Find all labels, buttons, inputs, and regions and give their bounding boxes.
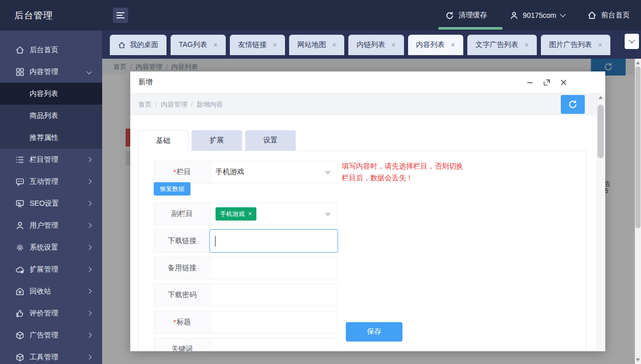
form-row-column: *栏目 手机游戏 [154,161,338,183]
field-label: 下载密码 [154,284,210,306]
sidebar-item-dashboard[interactable]: 后台首页 [0,39,102,61]
close-icon[interactable]: × [451,41,455,48]
tab-inner-links[interactable]: 内链列表× [348,35,403,55]
close-button[interactable] [559,78,567,86]
tab-friend-links[interactable]: 友情链接× [230,35,285,55]
close-icon[interactable]: × [213,41,218,48]
download-link-input[interactable] [209,229,338,253]
modal-title: 新增 [138,78,153,87]
chevron-right-icon [87,179,92,184]
sidebar-item-extension-mgmt[interactable]: 扩展管理 [0,258,102,280]
close-icon[interactable]: × [273,41,277,48]
tab-my-desktop[interactable]: 我的桌面 [110,35,167,55]
chevron-right-icon [87,333,92,338]
scrollbar-thumb[interactable] [635,66,640,228]
sidebar-item-seo-settings[interactable]: SEO设置 [0,192,102,214]
form-panel: *栏目 手机游戏 填写内容时，请先选择栏目，否则切换 栏目后，数据会丢失！ 恢复… [138,151,586,351]
tab-image-ads[interactable]: 图片广告列表× [541,35,610,55]
chevron-right-icon [87,201,92,206]
chevron-right-icon [87,267,92,272]
sidebar-item-system-settings[interactable]: 系统设置 [0,236,102,258]
app-title: 后台管理 [14,0,53,31]
close-icon[interactable]: × [391,41,395,48]
minimize-button[interactable] [526,78,534,86]
title-input[interactable] [210,311,337,333]
maximize-icon [543,79,551,86]
comment-icon [15,177,25,186]
form-row-download-password: 下载密码 [154,284,338,306]
close-icon[interactable]: × [525,41,529,48]
tab-tag-list[interactable]: TAG列表× [171,35,226,55]
scroll-up-arrow[interactable] [599,96,603,99]
cube-icon [15,353,25,362]
form-row-keywords: 关键词 [154,338,338,351]
keywords-input[interactable] [210,338,337,351]
modal-breadcrumb-bar: 首页/内容管理/新增内容 [130,93,605,115]
grid-icon [15,67,25,77]
tab-basic[interactable]: 基础 [138,130,188,151]
modal-form-tabs: 基础 扩展 设置 [138,130,296,151]
tabs-overflow-button[interactable] [625,34,639,49]
chevron-down-icon [560,11,565,17]
download-password-input[interactable] [210,284,337,306]
chevron-right-icon [87,289,92,294]
header-actions: 清理缓存 90175com 前台首页 [445,0,630,31]
scroll-up-arrow[interactable] [636,61,640,64]
sidebar-item-recommend-attrs[interactable]: 推荐属性 [0,127,102,149]
sidebar-item-interaction-mgmt[interactable]: 互动管理 [0,171,102,192]
clear-cache-label: 清理缓存 [459,11,487,20]
close-icon [560,79,567,86]
tab-text-ads[interactable]: 文字广告列表× [467,35,537,55]
restore-data-button[interactable]: 恢复数据 [154,182,191,196]
tab-content-list[interactable]: 内容列表× [408,35,463,55]
chevron-down-icon [325,171,331,175]
chevron-right-icon [87,355,92,360]
column-select[interactable]: 手机游戏 [210,161,337,183]
field-label: *标题 [154,311,210,333]
sidebar-item-product-list[interactable]: 商品列表 [0,105,102,127]
text-caret [215,236,216,247]
front-home-button[interactable]: 前台首页 [587,0,630,31]
hamburger-icon [116,11,125,20]
cloud-icon [15,265,25,274]
clear-cache-button[interactable]: 清理缓存 [445,0,487,31]
selected-tag: 手机游戏 × [216,207,256,221]
close-icon[interactable]: × [598,41,602,48]
cube-icon [15,331,25,340]
sidebar-toggle-button[interactable] [113,8,128,23]
field-label: 关键词 [154,338,210,351]
backup-link-input[interactable] [210,257,337,279]
tab-settings[interactable]: 设置 [245,130,296,151]
tab-sitemap[interactable]: 网站地图× [289,35,344,55]
tag-remove-icon[interactable]: × [248,210,252,217]
sidebar-item-content-list[interactable]: 内容列表 [0,83,102,105]
sidebar-item-ad-mgmt[interactable]: 广告管理 [0,324,102,346]
sidebar-item-recycle-bin[interactable]: 回收站 [0,280,102,302]
chevron-down-icon [325,213,331,216]
sidebar-item-tool-mgmt[interactable]: 工具管理 [0,346,102,364]
modal-refresh-button[interactable] [561,95,585,114]
column-warning-text: 填写内容时，请先选择栏目，否则切换 栏目后，数据会丢失！ [342,160,463,184]
chevron-right-icon [87,245,92,250]
sidebar-item-review-mgmt[interactable]: 评价管理 [0,302,102,324]
modal-scrollbar[interactable] [597,93,604,351]
scroll-down-arrow[interactable] [636,358,640,361]
maximize-button[interactable] [542,78,551,86]
form-row-title: *标题 [154,311,338,333]
user-menu[interactable]: 90175com [510,0,565,31]
sidebar-item-column-mgmt[interactable]: 栏目管理 [0,149,102,171]
scrollbar-thumb[interactable] [598,105,604,158]
recycle-icon [15,287,25,296]
open-tabs-bar: 我的桌面 TAG列表× 友情链接× 网站地图× 内链列表× 内容列表× 文字广告… [102,31,641,59]
save-button[interactable]: 保存 [346,322,402,342]
close-icon[interactable]: × [332,41,336,48]
sidebar-item-content-mgmt[interactable]: 内容管理 [0,61,102,83]
tab-extended[interactable]: 扩展 [192,130,242,151]
subcolumn-multiselect[interactable]: 手机游戏 × [210,203,337,225]
user-icon [15,221,25,230]
minimize-icon [526,79,534,86]
page-scrollbar[interactable] [635,59,641,364]
refresh-icon [445,11,454,20]
modal-titlebar: 新增 [130,71,605,93]
sidebar-item-user-mgmt[interactable]: 用户管理 [0,214,102,236]
